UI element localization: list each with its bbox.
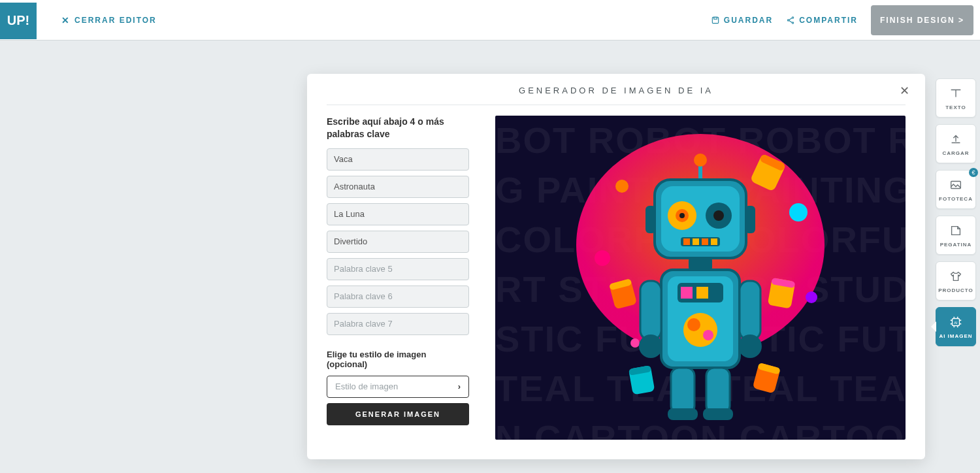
logo[interactable]: UP!	[0, 3, 37, 39]
keyword-input-5[interactable]	[327, 258, 469, 280]
close-icon: ✕	[900, 84, 909, 98]
header-left: UP! ✕ CERRAR EDITOR	[0, 1, 157, 39]
svg-rect-47	[681, 287, 693, 299]
svg-rect-57	[706, 368, 730, 414]
svg-point-37	[713, 210, 724, 221]
keyword-input-6[interactable]	[327, 285, 469, 308]
svg-rect-56	[671, 368, 694, 414]
tshirt-icon	[949, 269, 963, 284]
tool-label: PRODUCTO	[938, 287, 973, 293]
close-icon: ✕	[61, 15, 71, 25]
svg-rect-52	[640, 281, 661, 340]
share-button[interactable]: COMPARTIR	[786, 16, 858, 25]
svg-point-49	[683, 313, 717, 347]
svg-point-4	[792, 22, 794, 23]
save-button[interactable]: GUARDAR	[711, 16, 773, 25]
svg-line-5	[789, 18, 792, 20]
image-icon	[949, 178, 963, 192]
euro-badge-icon: €	[969, 168, 978, 177]
modal-header: GENERADOR DE IMAGEN DE IA ✕	[327, 86, 906, 105]
style-select[interactable]: Estilo de imagen ›	[327, 376, 469, 398]
keyword-input-2[interactable]	[327, 176, 469, 198]
svg-rect-32	[745, 206, 755, 233]
tool-texto[interactable]: TEXTO	[936, 78, 976, 118]
svg-rect-39	[683, 238, 690, 245]
style-placeholder: Estilo de imagen	[335, 382, 398, 391]
share-icon	[786, 16, 795, 25]
text-icon	[949, 86, 963, 101]
svg-point-16	[630, 338, 640, 348]
svg-line-6	[789, 20, 792, 22]
keyword-input-1[interactable]	[327, 148, 469, 171]
svg-point-55	[738, 334, 762, 358]
modal-title: GENERADOR DE IMAGEN DE IA	[327, 86, 906, 95]
header: UP! ✕ CERRAR EDITOR GUARDAR COMPARTIR FI…	[0, 0, 980, 41]
keyword-input-7[interactable]	[327, 313, 469, 335]
image-preview: BOT ROBOT ROBOT ROBOT ROB G PAINTING PAI…	[495, 116, 906, 440]
modal-close-button[interactable]: ✕	[896, 83, 912, 99]
tool-label: TEXTO	[945, 105, 966, 110]
svg-point-35	[679, 213, 685, 218]
tool-label: PEGATINA	[940, 242, 972, 248]
svg-rect-31	[645, 206, 656, 233]
svg-rect-41	[702, 238, 708, 245]
svg-point-54	[639, 334, 662, 358]
svg-point-2	[792, 16, 794, 18]
tool-ai-imagen[interactable]: AI AI IMAGEN	[936, 307, 976, 346]
chevron-right-icon: ›	[458, 382, 461, 391]
svg-rect-48	[696, 287, 708, 299]
close-editor-button[interactable]: ✕ CERRAR EDITOR	[61, 15, 157, 25]
tool-label: CARGAR	[942, 150, 969, 156]
upload-icon	[949, 132, 963, 146]
save-icon	[711, 16, 720, 25]
svg-rect-43	[689, 258, 712, 270]
svg-point-13	[789, 203, 808, 221]
svg-rect-1	[714, 17, 717, 19]
svg-text:AI: AI	[954, 320, 958, 324]
svg-point-28	[694, 154, 707, 167]
keyword-input-4[interactable]	[327, 231, 469, 253]
svg-point-51	[703, 330, 713, 340]
finish-design-button[interactable]: FINISH DESIGN >	[871, 5, 973, 35]
svg-point-3	[788, 19, 789, 20]
svg-point-15	[806, 291, 817, 303]
svg-point-50	[687, 318, 700, 331]
sticker-icon	[949, 223, 963, 238]
ai-generator-modal: GENERADOR DE IMAGEN DE IA ✕ Escribe aquí…	[307, 74, 925, 459]
tool-fototeca[interactable]: € FOTOTECA	[936, 170, 976, 209]
close-editor-label: CERRAR EDITOR	[74, 16, 157, 25]
svg-rect-0	[712, 17, 718, 23]
svg-rect-59	[703, 408, 733, 420]
keyword-input-3[interactable]	[327, 203, 469, 225]
ai-chip-icon: AI	[949, 315, 963, 329]
svg-rect-42	[711, 238, 717, 245]
svg-rect-53	[740, 281, 760, 340]
svg-point-14	[595, 250, 610, 266]
tool-cargar[interactable]: CARGAR	[936, 124, 976, 163]
tool-column: TEXTO CARGAR € FOTOTECA PEGATINA PRODUCT…	[936, 78, 976, 346]
prompt-label: Escribe aquí abajo 4 o más palabras clav…	[327, 116, 469, 140]
left-pane: Escribe aquí abajo 4 o más palabras clav…	[327, 116, 469, 440]
svg-rect-40	[693, 238, 699, 245]
header-right: GUARDAR COMPARTIR FINISH DESIGN >	[711, 5, 980, 35]
svg-rect-58	[668, 408, 698, 420]
style-label: Elige tu estilo de imagen (opcional)	[327, 350, 469, 369]
generate-image-button[interactable]: GENERAR IMAGEN	[327, 403, 469, 425]
tool-label: AI IMAGEN	[939, 333, 972, 339]
tool-pegatina[interactable]: PEGATINA	[936, 216, 976, 255]
svg-point-11	[615, 180, 629, 193]
modal-body: Escribe aquí abajo 4 o más palabras clav…	[327, 116, 906, 440]
robot-illustration	[563, 127, 838, 428]
tool-label: FOTOTECA	[939, 196, 973, 202]
save-label: GUARDAR	[724, 16, 773, 25]
share-label: COMPARTIR	[799, 16, 858, 25]
tool-producto[interactable]: PRODUCTO	[936, 261, 976, 301]
